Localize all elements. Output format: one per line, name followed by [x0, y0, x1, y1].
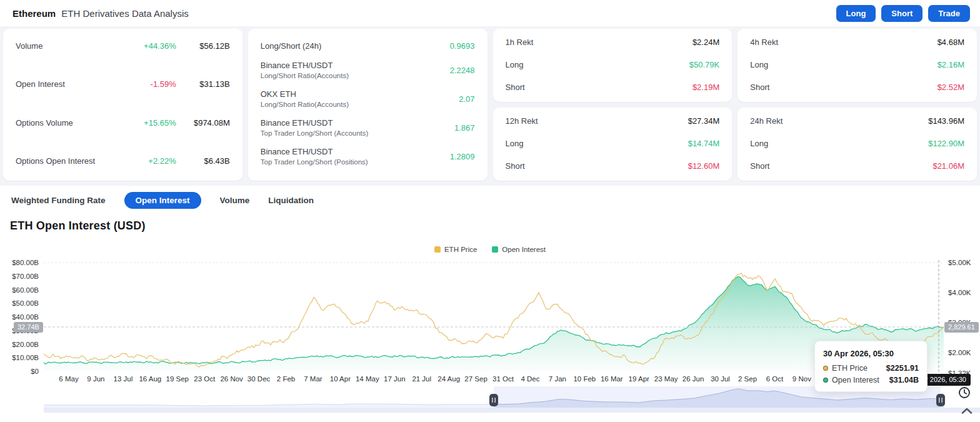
chart-section-title: ETH Open Interest (USD): [10, 219, 980, 233]
open-interest-area: [44, 277, 944, 371]
left-axis-tick: $70.00B: [12, 273, 39, 280]
rekt-total-row: 12h Rekt$27.34M: [506, 116, 720, 126]
rekt-total-value: $2.24M: [666, 38, 719, 47]
stat-change: -1.59%: [131, 79, 176, 89]
rekt-short-row: Short$12.60M: [506, 161, 720, 171]
right-axis-tick: $4.00K: [948, 289, 971, 296]
ratio-sublabel: Long/Short Ratio(Accounts): [261, 72, 421, 79]
rekt-card: 1h Rekt$2.24MLong$50.79KShort$2.19M: [493, 29, 732, 102]
left-axis-tick: $50.00B: [12, 299, 39, 307]
x-axis-tick: 27 Sep: [464, 375, 487, 383]
ratio-row: Binance ETH/USDTTop Trader Long/Short (A…: [261, 118, 475, 137]
ratio-value: 1.867: [421, 123, 475, 133]
x-axis-tick: 19 Sep: [166, 375, 189, 383]
left-axis-tick: $60.00B: [12, 286, 39, 294]
rekt-column-a: 1h Rekt$2.24MLong$50.79KShort$2.19M12h R…: [493, 29, 732, 181]
rekt-total-row: 24h Rekt$143.96M: [750, 116, 964, 126]
x-axis-tick: 30 Dec: [248, 375, 271, 383]
x-axis-tick: 2 Feb: [277, 375, 295, 383]
ratio-sublabel: Top Trader Long/Short (Accounts): [261, 129, 421, 137]
chart-region: $80.00B$70.00B$60.00B$50.00B$40.00B$30.0…: [0, 256, 980, 422]
tooltip-row: ETH Price$2251.91: [823, 364, 919, 373]
tab-open-interest[interactable]: Open Interest: [124, 192, 201, 209]
stat-label: Options Volume: [16, 118, 131, 128]
legend-label: ETH Price: [444, 246, 477, 253]
left-axis-tick: $80.00B: [12, 259, 39, 266]
navigator-left-handle-body[interactable]: [489, 394, 498, 406]
rekt-long-value: $50.79K: [666, 60, 719, 69]
tab-volume[interactable]: Volume: [220, 192, 250, 209]
ratio-row: Binance ETH/USDTLong/Short Ratio(Account…: [261, 61, 475, 79]
x-axis-tick: 7 Jan: [549, 375, 566, 383]
ratio-row: OKX ETHLong/Short Ratio(Accounts)2.07: [261, 89, 475, 108]
left-axis-tick: $0: [31, 368, 39, 375]
ratio-value: 1.2809: [421, 152, 475, 161]
legend-item-eth-price[interactable]: ETH Price: [434, 246, 477, 253]
rekt-card: 24h Rekt$143.96MLong$122.90MShort$21.06M: [738, 108, 977, 181]
page-title-rest: ETH Derivatives Data Analysis: [61, 8, 188, 19]
right-axis-last-value-badge: 2,829.61: [944, 322, 979, 333]
legend-item-open-interest[interactable]: Open Interest: [492, 246, 546, 253]
tooltip-series-dot: [823, 366, 828, 371]
tab-liquidation[interactable]: Liquidation: [268, 192, 314, 209]
x-axis-tick: 30 Jul: [711, 375, 730, 383]
x-axis-tick: 16 Aug: [139, 375, 161, 383]
short-button[interactable]: Short: [881, 5, 922, 22]
stat-value: $974.08M: [176, 118, 230, 128]
ratio-sublabel: Top Trader Long/Short (Positions): [261, 158, 421, 166]
tooltip-series-value: $31.04B: [889, 376, 919, 384]
rekt-short-row: Short$21.06M: [750, 161, 964, 171]
stat-change: +15.65%: [131, 118, 176, 128]
ratio-value: 2.07: [421, 94, 475, 104]
x-axis-tick: 9 Nov: [792, 375, 811, 383]
tooltip-series-value: $2251.91: [886, 364, 919, 373]
navigator-left-handle[interactable]: [489, 394, 498, 406]
x-axis-tick: 31 Oct: [492, 375, 514, 383]
x-axis-tick: 26 Jun: [682, 375, 704, 383]
left-axis-tick: $40.00B: [12, 313, 39, 321]
x-axis-tick: 19 Apr: [629, 375, 649, 383]
x-axis-tick: 23 Oct: [194, 375, 216, 383]
rekt-long-label: Long: [506, 139, 666, 148]
navigator-unselected-mask: [44, 386, 494, 408]
rekt-long-value: $2.16M: [911, 60, 964, 69]
x-axis-tick: 10 Apr: [330, 375, 351, 383]
ratio-value: 2.2248: [421, 66, 475, 75]
stat-label: Open Interest: [16, 79, 131, 89]
stat-label: Volume: [16, 41, 131, 51]
tooltip-row: Open Interest$31.04B: [823, 376, 919, 384]
rekt-long-label: Long: [750, 60, 911, 69]
left-axis-tick: $10.00B: [12, 354, 39, 361]
stat-row: Options Open Interest+2.22%$6.43B: [16, 156, 230, 166]
x-axis-tick: 13 Jul: [114, 375, 133, 383]
chart-tooltip: 30 Apr 2026, 05:30 ETH Price$2251.91Open…: [814, 341, 928, 392]
navigator-right-handle[interactable]: [936, 394, 945, 406]
trade-button[interactable]: Trade: [928, 5, 970, 22]
tooltip-series-dot: [823, 378, 828, 383]
x-axis-tick: 17 Jun: [384, 375, 406, 383]
rekt-short-value: $12.60M: [666, 161, 719, 171]
ratio-label: Long/Short (24h): [261, 41, 421, 51]
tooltip-series-label: ETH Price: [832, 364, 886, 373]
ratio-label: Binance ETH/USDTTop Trader Long/Short (A…: [261, 118, 421, 137]
x-axis-tick: 14 May: [356, 375, 379, 383]
rekt-short-label: Short: [750, 83, 911, 92]
rekt-short-row: Short$2.52M: [750, 83, 964, 92]
top-actions: LongShortTrade: [836, 5, 970, 22]
open-interest-chart[interactable]: $80.00B$70.00B$60.00B$50.00B$40.00B$30.0…: [0, 256, 980, 422]
page-title: Ethereum ETH Derivatives Data Analysis: [12, 8, 189, 19]
rekt-long-label: Long: [750, 139, 911, 148]
rekt-long-row: Long$50.79K: [506, 60, 720, 69]
rekt-card: 4h Rekt$4.68MLong$2.16MShort$2.52M: [738, 29, 977, 102]
tooltip-timestamp: 30 Apr 2026, 05:30: [823, 349, 919, 358]
navigator-right-handle-body[interactable]: [936, 394, 945, 406]
rekt-title: 12h Rekt: [506, 116, 666, 126]
x-axis-tick: 7 Mar: [304, 375, 322, 383]
rekt-title: 24h Rekt: [750, 116, 911, 126]
long-button[interactable]: Long: [836, 5, 876, 22]
stat-row: Open Interest-1.59%$31.13B: [16, 79, 230, 89]
x-axis-tick: 26 Nov: [220, 375, 243, 383]
tab-weighted-funding-rate[interactable]: Weighted Funding Rate: [11, 192, 106, 209]
legend-label: Open Interest: [502, 246, 546, 253]
rekt-long-value: $14.74M: [666, 139, 719, 148]
